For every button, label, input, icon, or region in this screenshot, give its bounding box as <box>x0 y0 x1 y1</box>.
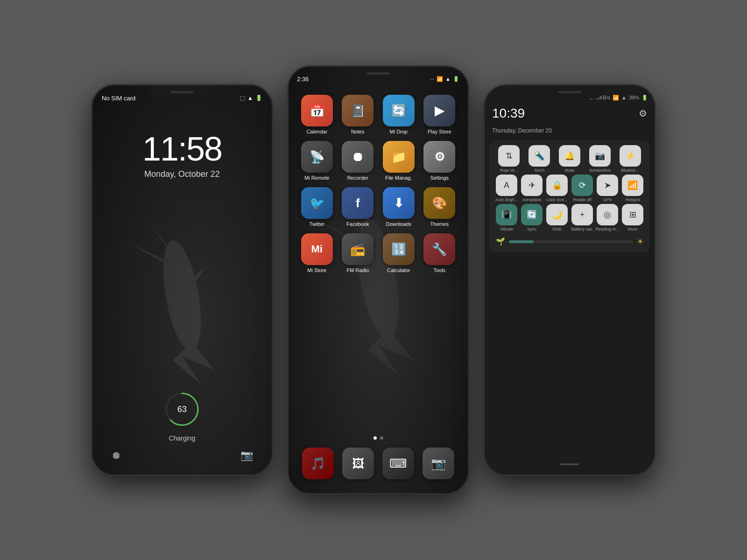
qs-tile-0-2[interactable]: 🔔 Mute <box>557 145 582 173</box>
dock-item-0[interactable]: 🎵 <box>302 448 334 479</box>
dot-2 <box>380 436 383 440</box>
app-item-11[interactable]: 🎨 Themes <box>421 187 459 227</box>
qs-tile-label-0-0: Raja Ve... <box>497 168 521 173</box>
dock-icon-0: 🎵 <box>302 448 334 479</box>
qs-panel: ⇅ Raja Ve... 🔦 Torch 🔔 Mute 📷 Screenshot… <box>489 140 650 252</box>
app-item-0[interactable]: 📅 Calendar <box>298 95 336 134</box>
app-label-12: Mi Store <box>307 267 326 273</box>
app-item-10[interactable]: ⬇ Downloads <box>380 187 418 227</box>
app-label-14: Calculator <box>387 267 410 273</box>
qs-tile-2-2[interactable]: 🌙 DND <box>545 204 569 231</box>
app-item-5[interactable]: ⏺ Recorder <box>339 141 377 181</box>
app-icon-2: 🔄 <box>383 95 415 126</box>
sim-status: No SIM card <box>102 95 135 102</box>
qs-tile-2-4[interactable]: ◎ Reading m... <box>595 204 620 231</box>
qs-tile-2-3[interactable]: + Battery sav. <box>570 204 594 231</box>
app-icon-0: 📅 <box>301 95 333 126</box>
app-item-2[interactable]: 🔄 Mi Drop <box>380 95 418 134</box>
qs-tile-2-0[interactable]: 📳 Vibrate <box>494 204 519 231</box>
app-item-3[interactable]: ▶ Play Store <box>421 95 459 134</box>
home-status-right: ··· 📶 ▲ 🔋 <box>430 76 459 82</box>
qs-tile-label-2-1: Sync <box>520 227 544 231</box>
qs-tile-icon-2-2: 🌙 <box>546 204 568 225</box>
lock-time: 11:58 <box>92 132 272 166</box>
app-icon-4: 📡 <box>301 141 333 173</box>
app-label-13: FM Radio <box>346 267 369 273</box>
app-item-1[interactable]: 📓 Notes <box>339 95 377 134</box>
dock-icon-1: 🖼 <box>342 448 374 479</box>
qs-tile-icon-2-5: ⊞ <box>622 204 643 225</box>
app-item-14[interactable]: 🔢 Calculator <box>380 233 418 273</box>
app-item-9[interactable]: f Facebook <box>339 187 377 227</box>
dock-item-1[interactable]: 🖼 <box>342 448 374 479</box>
qs-tile-1-4[interactable]: ➤ GPS <box>595 175 620 202</box>
app-icon-6: 📁 <box>383 141 415 173</box>
battery-icon: 🔋 <box>255 95 262 101</box>
lock-time-area: 11:58 Monday, October 22 <box>92 132 272 179</box>
app-icon-1: 📓 <box>342 95 374 126</box>
qs-tile-label-0-1: Torch <box>527 168 551 173</box>
qs-tile-1-0[interactable]: A Auto brigh... <box>494 175 519 202</box>
app-label-1: Notes <box>351 129 365 134</box>
camera-shortcut-icon[interactable]: ⏺ <box>111 449 121 462</box>
qs-tile-label-1-5: Hotspot <box>620 197 645 202</box>
qs-tile-0-0[interactable]: ⇅ Raja Ve... <box>497 145 521 173</box>
speaker-3 <box>558 91 581 93</box>
app-item-12[interactable]: Mi Mi Store <box>298 233 336 273</box>
qs-tile-0-3[interactable]: 📷 Screenshot <box>588 145 612 173</box>
qs-tile-icon-0-0: ⇅ <box>498 145 520 167</box>
dot-1 <box>374 436 377 440</box>
app-label-10: Downloads <box>386 221 411 227</box>
app-item-7[interactable]: ⚙ Settings <box>421 141 459 181</box>
phone-lockscreen: No SIM card ⬚ ▲ 🔋 11:58 Monday, October … <box>91 84 273 476</box>
qs-tile-1-2[interactable]: 🔒 Lock scre... <box>545 175 569 202</box>
qs-tile-icon-0-2: 🔔 <box>559 145 580 167</box>
wifi-icon: ▲ <box>247 95 253 101</box>
brightness-fill <box>509 240 534 243</box>
app-label-5: Recorder <box>347 175 368 181</box>
app-label-3: Play Store <box>428 129 451 134</box>
app-item-15[interactable]: 🔧 Tools <box>421 233 459 273</box>
app-icon-7: ⚙ <box>423 141 455 173</box>
app-label-4: Mi Remote <box>304 175 329 181</box>
app-icon-12: Mi <box>301 233 333 265</box>
qs-tile-label-2-0: Vibrate <box>494 227 519 231</box>
dock-item-3[interactable]: 📷 <box>423 448 454 479</box>
dock-item-2[interactable]: ⌨ <box>382 448 414 479</box>
app-item-4[interactable]: 📡 Mi Remote <box>298 141 336 181</box>
app-item-6[interactable]: 📁 File Manag. <box>380 141 418 181</box>
app-icon-3: ▶ <box>423 95 455 126</box>
brightness-row[interactable]: 🌱 ☀ <box>494 233 645 248</box>
qs-tile-label-1-2: Lock scre... <box>545 197 569 202</box>
qs-tile-2-5[interactable]: ⊞ More <box>620 204 645 231</box>
speaker-2 <box>366 72 390 75</box>
speaker-1 <box>170 91 194 93</box>
qs-tile-icon-1-0: A <box>496 175 517 196</box>
flashlight-shortcut-icon[interactable]: 📷 <box>240 449 253 462</box>
qs-battery-pct: 39% <box>629 95 639 100</box>
app-item-8[interactable]: 🐦 Twitter <box>298 187 336 227</box>
qs-tile-label-1-1: Aeroplane <box>520 197 544 202</box>
app-item-13[interactable]: 📻 FM Radio <box>339 233 377 273</box>
qs-signal-icon: 📶 <box>613 95 619 101</box>
qs-tile-label-0-4: Bluetoo... <box>618 168 642 173</box>
qs-tile-0-4[interactable]: ⚡ Bluetoo... <box>618 145 642 173</box>
qs-tile-icon-0-3: 📷 <box>589 145 611 167</box>
qs-tile-label-2-4: Reading m... <box>595 227 620 231</box>
qs-tile-icon-2-0: 📳 <box>496 204 517 225</box>
brightness-bar[interactable] <box>509 240 633 243</box>
qs-tile-1-1[interactable]: ✈ Aeroplane <box>520 175 544 202</box>
qs-tile-1-3[interactable]: ⟳ Rotate off <box>570 175 594 202</box>
app-icon-14: 🔢 <box>383 233 415 265</box>
app-icon-13: 📻 <box>342 233 374 265</box>
qs-tile-icon-1-2: 🔒 <box>546 175 568 196</box>
qs-tile-icon-1-3: ⟳ <box>571 175 593 196</box>
app-label-8: Twitter <box>310 221 324 227</box>
svg-point-0 <box>156 238 208 354</box>
qs-tile-2-1[interactable]: 🔄 Sync <box>520 204 544 231</box>
qs-tile-icon-1-1: ✈ <box>521 175 543 196</box>
qs-tile-1-5[interactable]: 📶 Hotspot <box>620 175 645 202</box>
qs-gear-icon[interactable]: ⚙ <box>639 108 647 119</box>
qs-tile-0-1[interactable]: 🔦 Torch <box>527 145 551 173</box>
qs-tile-icon-2-3: + <box>571 204 593 225</box>
